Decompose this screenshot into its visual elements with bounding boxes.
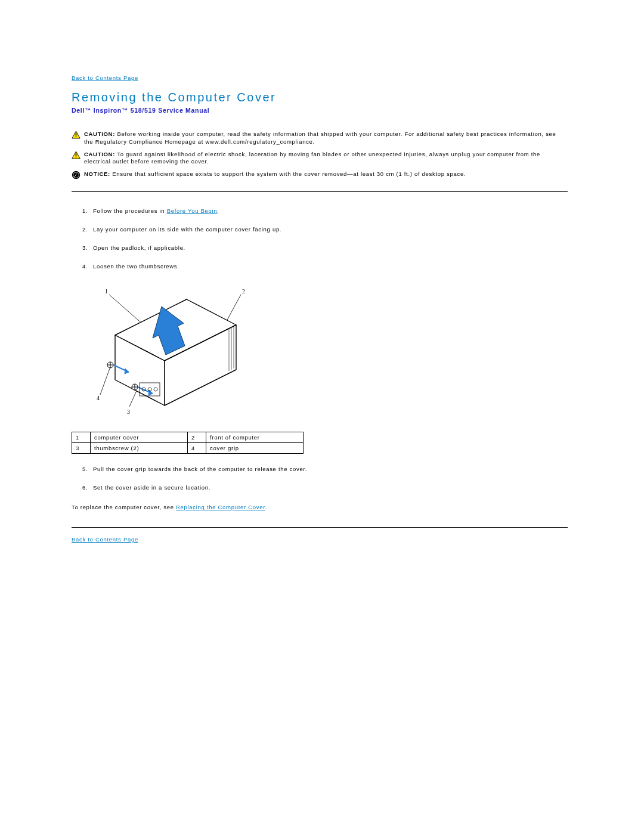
caution-icon xyxy=(72,151,80,160)
caution-block-2: CAUTION: To guard against likelihood of … xyxy=(72,151,566,166)
notice-block-1: NOTICE: Ensure that sufficient space exi… xyxy=(72,171,566,181)
callout-text: front of computer xyxy=(206,432,304,443)
callout-label-2: 2 xyxy=(242,288,246,295)
callout-num: 2 xyxy=(188,432,206,443)
callout-text: thumbscrew (2) xyxy=(91,443,188,454)
divider xyxy=(72,191,568,192)
svg-line-8 xyxy=(109,295,144,325)
procedure-steps: Follow the procedures in Before You Begi… xyxy=(82,208,572,270)
step-5: Pull the cover grip towards the back of … xyxy=(82,466,572,472)
notice-text-1: NOTICE: Ensure that sufficient space exi… xyxy=(84,171,466,178)
callout-num: 3 xyxy=(72,443,91,454)
step-3: Open the padlock, if applicable. xyxy=(82,244,572,251)
callout-text: computer cover xyxy=(91,432,188,443)
callout-label-1: 1 xyxy=(105,288,109,295)
callout-num: 1 xyxy=(72,432,91,443)
caution-icon xyxy=(72,131,80,140)
caution-text-2: CAUTION: To guard against likelihood of … xyxy=(84,151,566,166)
replacing-cover-link[interactable]: Replacing the Computer Cover xyxy=(176,504,265,510)
step-1: Follow the procedures in Before You Begi… xyxy=(82,208,572,214)
step-4: Loosen the two thumbscrews. xyxy=(82,263,572,270)
back-to-contents-link-bottom[interactable]: Back to Contents Page xyxy=(72,536,138,543)
manual-subtitle: Dell™ Inspiron™ 518/519 Service Manual xyxy=(72,107,572,114)
svg-rect-4 xyxy=(76,153,77,156)
replace-cover-note: To replace the computer cover, see Repla… xyxy=(72,504,572,510)
caution-text-1: CAUTION: Before working inside your comp… xyxy=(84,131,566,146)
table-row: 3 thumbscrew (2) 4 cover grip xyxy=(72,443,304,454)
svg-rect-2 xyxy=(76,137,77,138)
page-title: Removing the Computer Cover xyxy=(72,91,572,104)
step-6: Set the cover aside in a secure location… xyxy=(82,484,572,491)
divider xyxy=(72,527,568,528)
notice-icon xyxy=(72,171,80,181)
computer-cover-figure: 1 2 3 4 xyxy=(82,281,572,420)
svg-rect-1 xyxy=(76,133,77,136)
page: Back to Contents Page Removing the Compu… xyxy=(0,0,644,566)
caution-block-1: CAUTION: Before working inside your comp… xyxy=(72,131,566,146)
step-2: Lay your computer on its side with the c… xyxy=(82,226,572,233)
callout-num: 4 xyxy=(188,443,206,454)
callout-label-3: 3 xyxy=(127,408,131,415)
callout-label-4: 4 xyxy=(97,395,100,401)
before-you-begin-link[interactable]: Before You Begin xyxy=(167,208,218,214)
back-to-contents-link-top[interactable]: Back to Contents Page xyxy=(72,75,138,81)
svg-line-11 xyxy=(100,368,110,395)
callout-table: 1 computer cover 2 front of computer 3 t… xyxy=(72,432,304,454)
table-row: 1 computer cover 2 front of computer xyxy=(72,432,304,443)
callout-text: cover grip xyxy=(206,443,304,454)
procedure-steps-continued: Pull the cover grip towards the back of … xyxy=(82,466,572,491)
svg-rect-5 xyxy=(76,156,77,157)
